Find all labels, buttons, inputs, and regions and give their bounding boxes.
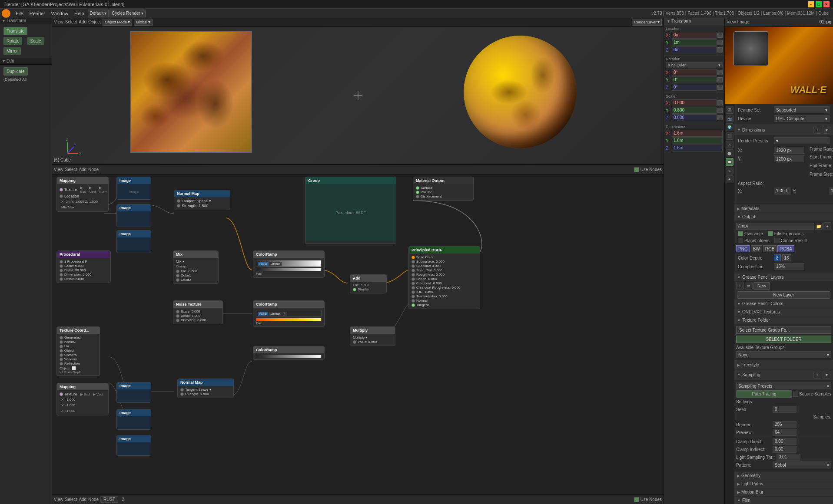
rot-y-lock[interactable] bbox=[717, 77, 723, 82]
mirror-btn[interactable]: Mirror bbox=[3, 47, 21, 55]
mode-dropdown[interactable]: Default ▾ bbox=[88, 10, 109, 17]
edit-header[interactable]: ▼ Edit bbox=[0, 58, 52, 65]
file-extensions-checkbox[interactable] bbox=[768, 231, 773, 236]
dim-x-input[interactable]: 1.6m bbox=[672, 130, 723, 137]
image-node-2[interactable]: Image bbox=[116, 204, 151, 227]
image-node-5[interactable]: Image bbox=[116, 409, 151, 430]
aspect-x-input[interactable]: 1.000 bbox=[774, 188, 791, 194]
scale-z-lock[interactable] bbox=[717, 115, 723, 120]
scale-btn[interactable]: Scale bbox=[27, 37, 44, 45]
viewport-view-btn[interactable]: View bbox=[54, 20, 63, 24]
normalmap-node-1[interactable]: Normal Map Tangent Space ▾ Strength: 1.5… bbox=[174, 190, 230, 210]
placeholders-checkbox[interactable] bbox=[738, 238, 743, 243]
sampling-dropdown-btn[interactable]: ▾ bbox=[823, 371, 830, 379]
sampling-header[interactable]: ▼ Sampling + ▾ bbox=[734, 369, 833, 380]
viewport-add-btn[interactable]: Add bbox=[79, 20, 86, 24]
render-layer-dropdown[interactable]: RenderLayer▾ bbox=[632, 19, 662, 26]
render-presets-dropdown-btn[interactable]: ▾ bbox=[774, 137, 830, 144]
gp-colors-header[interactable]: ▼ Grease Pencil Colors bbox=[734, 300, 833, 307]
grease-pencil-header[interactable]: ▼ Grease Pencil Layers bbox=[734, 273, 833, 281]
duplicate-btn[interactable]: Duplicate bbox=[3, 67, 28, 76]
depth-8-btn[interactable]: 8 bbox=[774, 254, 781, 261]
rot-x-input[interactable]: 0° bbox=[672, 69, 717, 76]
pattern-dropdown[interactable]: Sobol▾ bbox=[773, 461, 831, 468]
scale-y-lock[interactable] bbox=[717, 108, 723, 113]
object-mode-dropdown[interactable]: Object Mode▾ bbox=[103, 19, 132, 26]
scale-z-input[interactable]: 0.800 bbox=[672, 114, 717, 121]
light-paths-header[interactable]: ▶ Light Paths bbox=[734, 480, 833, 488]
node-add-btn[interactable]: Add bbox=[79, 167, 86, 172]
rot-z-input[interactable]: 0° bbox=[672, 84, 717, 91]
add-node[interactable]: Add Fac: 5.500 Shader bbox=[350, 274, 387, 293]
rgb-btn-fmt[interactable]: RGB bbox=[763, 245, 777, 252]
use-nodes-checkbox-bottom[interactable] bbox=[634, 497, 639, 502]
prop-icon-mesh[interactable]: △ bbox=[726, 141, 733, 148]
material-name-display[interactable]: RUST bbox=[100, 496, 118, 503]
viewport-content[interactable]: (6) Cube X Z Y bbox=[52, 27, 664, 164]
coordinate-system-dropdown[interactable]: Global▾ bbox=[134, 19, 153, 26]
clamp-indirect-input[interactable]: 0.00 bbox=[773, 446, 796, 453]
feature-set-dropdown[interactable]: Supported▾ bbox=[774, 106, 830, 113]
mapping-node-1[interactable]: Mapping Texture▶ Bsd▶ Vect▶ Norm Locatio… bbox=[56, 177, 109, 212]
metadata-section-header[interactable]: ▶ Metadata bbox=[734, 205, 833, 212]
loc-y-lock[interactable] bbox=[717, 40, 723, 45]
device-dropdown[interactable]: GPU Compute▾ bbox=[774, 115, 830, 122]
colorramp-node-1[interactable]: ColorRamp RGB Linear Fac bbox=[253, 250, 325, 278]
gp-new-btn[interactable]: New bbox=[753, 282, 770, 290]
rgba-btn[interactable]: RGBA bbox=[777, 245, 794, 252]
freestyle-header[interactable]: ▶ Freestyle bbox=[734, 361, 833, 369]
prop-icon-particles[interactable]: ✦ bbox=[726, 175, 733, 183]
material-output-node[interactable]: Material Output Surface Volume Displacem… bbox=[413, 177, 474, 201]
motion-blur-header[interactable]: ▶ Motion Blur bbox=[734, 488, 833, 496]
render-presets-expand[interactable]: + bbox=[813, 126, 821, 134]
path-tracing-btn[interactable]: Path Tracing bbox=[736, 390, 792, 398]
use-nodes-checkbox[interactable] bbox=[634, 167, 639, 172]
preview-image-btn[interactable]: Image bbox=[737, 20, 750, 24]
film-header[interactable]: ▼ Film bbox=[734, 497, 833, 504]
output-section-header[interactable]: ▼ Output bbox=[734, 213, 833, 221]
loc-x-input[interactable]: 0m bbox=[672, 32, 717, 39]
colorramp-node-2[interactable]: ColorRamp RGB Linear 4 Fac bbox=[253, 300, 325, 327]
texture-groups-dropdown[interactable]: None▾ bbox=[736, 351, 831, 358]
dim-z-input[interactable]: 1.6m bbox=[672, 145, 723, 152]
output-path-input[interactable]: /tmp\ bbox=[736, 223, 814, 230]
select-folder-btn[interactable]: SELECT FOLDER bbox=[736, 336, 831, 343]
group-node[interactable]: Group Procedural BSDF bbox=[305, 177, 396, 244]
new-layer-btn[interactable]: New Layer bbox=[737, 291, 830, 299]
scale-x-lock[interactable] bbox=[717, 100, 723, 105]
sampling-presets-dropdown[interactable]: Sampling Presets▾ bbox=[736, 382, 831, 389]
principled-bsdf-node[interactable]: Principled BSDF Base Color Subsurface: 0… bbox=[408, 246, 480, 309]
menu-item-window[interactable]: Window bbox=[49, 10, 71, 17]
mapping-node-2[interactable]: Mapping Texture▶ Bsd▶ Vect X: -1.000 Y: … bbox=[56, 383, 109, 415]
texture-coord-node[interactable]: Texture Coord... Generated Normal UV Obj… bbox=[56, 326, 100, 376]
prop-icon-object[interactable]: ⬛ bbox=[726, 132, 733, 140]
node-select-btn[interactable]: Select bbox=[65, 167, 77, 172]
image-node-1[interactable]: Image Image bbox=[116, 177, 151, 200]
prop-icon-physics[interactable]: ↘ bbox=[726, 167, 733, 175]
multiply-node[interactable]: Multiply Multiply ▾ Value: 0.050 bbox=[350, 326, 395, 346]
image-node-4[interactable]: Image bbox=[116, 382, 151, 403]
viewport-select-btn[interactable]: Select bbox=[65, 20, 77, 24]
prop-icon-render[interactable]: 🎬 bbox=[726, 106, 733, 114]
image-node-6[interactable]: Image bbox=[116, 435, 151, 456]
node-bottombar-add[interactable]: Add bbox=[79, 497, 86, 502]
res-y-input[interactable]: 1200 px bbox=[774, 155, 804, 162]
rot-x-lock[interactable] bbox=[717, 70, 723, 75]
node-bottombar-select[interactable]: Select bbox=[65, 497, 77, 502]
loc-z-lock[interactable] bbox=[717, 47, 723, 53]
menu-item-help[interactable]: Help bbox=[72, 10, 87, 17]
dim-y-input[interactable]: 1.6m bbox=[672, 137, 723, 144]
transform-prop-header[interactable]: ▼ Transform bbox=[664, 17, 724, 25]
rot-y-input[interactable]: 0° bbox=[672, 76, 717, 83]
menu-item-render[interactable]: Render bbox=[27, 10, 48, 17]
select-texture-group-btn[interactable]: Select Texture Group Fo... bbox=[736, 326, 831, 334]
rotate-btn[interactable]: Rotate bbox=[3, 37, 22, 45]
dimensions-section-header[interactable]: ▼ Dimensions + ▾ bbox=[734, 125, 833, 135]
transform-header[interactable]: ▼ Transform bbox=[0, 17, 52, 24]
loc-y-input[interactable]: 1m bbox=[672, 39, 717, 46]
engine-dropdown[interactable]: Cycles Render ▾ bbox=[110, 10, 146, 17]
translate-btn[interactable]: Translate bbox=[3, 27, 27, 35]
viewport-object-btn[interactable]: Object bbox=[88, 20, 101, 24]
node-editor[interactable]: View Select Add Node Use Nodes bbox=[52, 165, 664, 504]
rotation-mode-dropdown[interactable]: XYZ Euler ▾ bbox=[666, 62, 723, 68]
